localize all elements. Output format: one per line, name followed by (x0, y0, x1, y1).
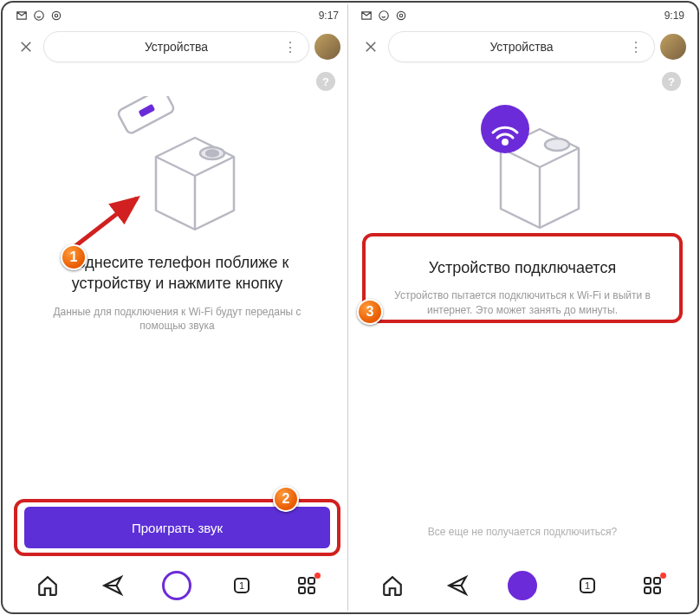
avatar[interactable] (314, 34, 340, 60)
svg-point-4 (206, 151, 218, 157)
svg-rect-10 (299, 578, 305, 584)
nav-tabs[interactable]: 1 (226, 570, 257, 601)
screen2-subtext: Устройство пытается подключиться к Wi-Fi… (369, 288, 676, 318)
whatsapp-icon (33, 10, 45, 22)
nav-home[interactable] (377, 570, 408, 601)
svg-rect-12 (299, 587, 305, 593)
svg-point-2 (55, 14, 58, 17)
svg-rect-13 (308, 587, 314, 593)
setup-illustration (100, 96, 256, 235)
svg-point-18 (481, 105, 529, 153)
tutorial-frame: 9:17 Устройства ⋮ ? (1, 1, 699, 614)
svg-point-19 (503, 140, 508, 145)
svg-point-16 (399, 14, 403, 17)
app-header: Устройства ⋮ (352, 27, 693, 67)
phone-screen-1: 9:17 Устройства ⋮ ? (7, 4, 348, 611)
bottom-nav: 1 (352, 560, 693, 611)
mail-icon (16, 10, 28, 22)
status-bar: 9:19 (352, 4, 693, 27)
svg-point-14 (379, 11, 389, 21)
help-icon[interactable]: ? (316, 72, 335, 91)
app-header: Устройства ⋮ (7, 27, 347, 67)
page-title: Устройства (489, 40, 553, 54)
screen1-heading: Поднесите телефон поближе к устройству и… (24, 252, 330, 295)
mail-icon (360, 10, 373, 22)
nav-home[interactable] (32, 570, 63, 601)
nav-alice[interactable] (161, 570, 192, 601)
svg-rect-24 (645, 587, 651, 593)
title-pill[interactable]: Устройства ⋮ (388, 31, 655, 62)
notification-dot (660, 573, 666, 579)
svg-rect-11 (308, 578, 314, 584)
svg-text:1: 1 (239, 580, 244, 591)
nav-menu[interactable] (637, 570, 668, 601)
content-area: ? (7, 67, 347, 560)
nav-tabs[interactable]: 1 (572, 570, 603, 601)
status-time: 9:19 (664, 10, 684, 22)
whatsapp-icon (378, 10, 390, 22)
bottom-nav: 1 (7, 560, 347, 611)
nav-menu[interactable] (291, 570, 322, 601)
nav-alice[interactable] (507, 570, 538, 601)
svg-rect-25 (654, 587, 660, 593)
svg-point-0 (35, 11, 44, 21)
notification-dot (314, 573, 321, 579)
more-icon[interactable]: ⋮ (283, 39, 298, 55)
svg-rect-22 (645, 578, 651, 584)
more-icon[interactable]: ⋮ (629, 39, 644, 55)
svg-point-15 (397, 11, 405, 19)
screen2-heading: Устройство подключается (420, 257, 625, 278)
screen1-subtext: Данные для подключения к Wi-Fi будут пер… (24, 305, 330, 334)
page-title: Устройства (145, 40, 208, 54)
svg-text:1: 1 (585, 580, 590, 591)
phone-screen-2: 9:19 Устройства ⋮ ? (352, 4, 693, 611)
avatar[interactable] (660, 34, 686, 60)
content-area: ? (352, 67, 693, 560)
help-icon[interactable]: ? (662, 72, 681, 91)
svg-point-1 (52, 11, 60, 19)
troubleshoot-link[interactable]: Все еще не получается подключиться? (352, 526, 693, 538)
connecting-illustration (444, 96, 600, 235)
play-sound-label: Проиграть звук (132, 521, 223, 535)
close-button[interactable] (14, 35, 38, 59)
nav-send[interactable] (442, 570, 473, 601)
play-sound-button[interactable]: Проиграть звук (24, 507, 330, 548)
at-icon (50, 10, 62, 22)
close-button[interactable] (359, 35, 383, 59)
status-time: 9:17 (319, 10, 339, 22)
svg-rect-5 (117, 96, 175, 134)
svg-rect-23 (654, 578, 660, 584)
title-pill[interactable]: Устройства ⋮ (43, 31, 309, 62)
status-bar: 9:17 (7, 4, 347, 27)
svg-point-17 (545, 139, 569, 151)
nav-send[interactable] (97, 570, 128, 601)
at-icon (395, 10, 407, 22)
